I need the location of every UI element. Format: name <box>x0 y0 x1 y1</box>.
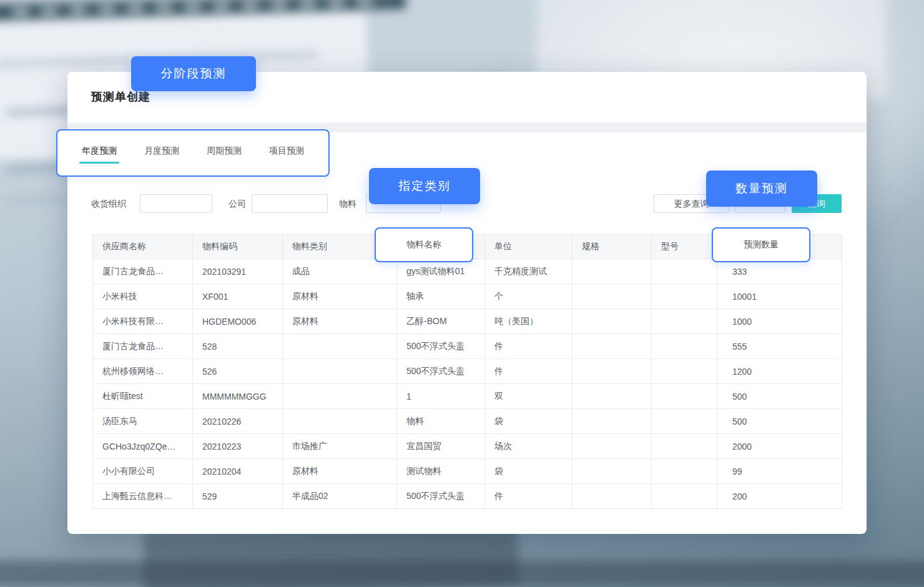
table-row[interactable]: 小米科技有限…HGDEMO006原材料乙醇-BOM吨（美国）1000 <box>93 309 842 334</box>
table-cell: 529 <box>193 484 283 509</box>
table-cell: GCHo3Jzq0ZQe… <box>93 434 193 459</box>
table-row[interactable]: 杭州移领网络…526500不浮式头盖件1200 <box>93 359 842 384</box>
table-cell: 轴承 <box>397 284 485 309</box>
table-cell: 场次 <box>485 434 573 459</box>
table-cell: 500不浮式头盖 <box>397 334 485 359</box>
background-laptop-edge <box>0 561 924 586</box>
table-cell <box>573 484 652 509</box>
tab-monthly-forecast[interactable]: 月度预测 <box>141 146 182 164</box>
table-cell: 物料 <box>397 409 485 434</box>
column-header: 规格 <box>573 235 652 259</box>
table-cell: 千克精度测试 <box>485 259 573 284</box>
table-cell: 件 <box>485 359 573 384</box>
table-cell <box>652 484 717 509</box>
table-cell: 吨（美国） <box>485 309 573 334</box>
table-cell: 测试物料 <box>397 459 485 484</box>
forecast-table: 供应商名称物料编码物料类别物料名称单位规格型号预测数量 厦门古龙食品…20210… <box>92 234 842 509</box>
table-cell: 小米科技 <box>93 284 193 309</box>
quantity-forecast-badge: 数量预测 <box>706 170 817 207</box>
table-cell: 99 <box>717 459 842 484</box>
table-cell <box>652 434 717 459</box>
table-cell <box>573 409 652 434</box>
table-cell: 2000 <box>717 434 842 459</box>
page-title: 预测单创建 <box>91 89 150 104</box>
table-cell <box>283 359 397 384</box>
table-cell <box>573 434 652 459</box>
table-cell <box>573 259 652 284</box>
forecast-qty-column-highlight: 预测数量 <box>712 227 810 262</box>
table-cell: 袋 <box>485 459 573 484</box>
table-cell: 宜昌国贸 <box>397 434 485 459</box>
table-cell: 杭州移领网络… <box>93 359 193 384</box>
table-cell: 500 <box>717 384 842 409</box>
table-cell: 1000 <box>717 309 842 334</box>
tab-period-forecast[interactable]: 周期预测 <box>204 146 245 164</box>
column-header: 单位 <box>485 235 573 259</box>
table-cell: 20210223 <box>193 434 283 459</box>
table-cell: 20210226 <box>193 409 283 434</box>
material-name-column-highlight: 物料名称 <box>375 227 473 262</box>
table-cell <box>652 409 717 434</box>
table-cell: 个 <box>485 284 573 309</box>
table-cell <box>573 284 652 309</box>
table-cell: 厦门古龙食品… <box>93 259 193 284</box>
tab-annual-forecast[interactable]: 年度预测 <box>79 146 120 164</box>
table-row[interactable]: GCHo3Jzq0ZQe…20210223市场推广宜昌国贸场次2000 <box>93 434 842 459</box>
table-cell <box>652 284 717 309</box>
table-cell <box>573 384 652 409</box>
table-cell: 市场推广 <box>283 434 397 459</box>
table-row[interactable]: 厦门古龙食品…202103291成品gys测试物料01千克精度测试333 <box>93 259 842 284</box>
screen: 预测单创建 年度预测 月度预测 周期预测 项目预测 收货组织 公司 物料 更多查… <box>0 0 924 587</box>
phased-forecast-badge: 分阶段预测 <box>131 56 256 91</box>
company-label: 公司 <box>229 194 246 213</box>
table-row[interactable]: 厦门古龙食品…528500不浮式头盖件555 <box>93 334 842 359</box>
table-cell <box>652 334 717 359</box>
table-cell <box>283 409 397 434</box>
table-cell: 原材料 <box>283 309 397 334</box>
table-cell: gys测试物料01 <box>397 259 485 284</box>
forecast-tabs: 年度预测 月度预测 周期预测 项目预测 <box>57 131 328 164</box>
table-row[interactable]: 小米科技XF001原材料轴承个10001 <box>93 284 842 309</box>
table-cell: MMMMMMGGG <box>193 384 283 409</box>
table-cell <box>573 459 652 484</box>
table-row[interactable]: 上海甄云信息科…529半成品02500不浮式头盖件200 <box>93 484 842 509</box>
table-row[interactable]: 汤臣东马20210226物料袋500 <box>93 409 842 434</box>
table-cell: 上海甄云信息科… <box>93 484 193 509</box>
table-cell: 526 <box>193 359 283 384</box>
forecast-card: 预测单创建 年度预测 月度预测 周期预测 项目预测 收货组织 公司 物料 更多查… <box>67 72 867 534</box>
table-cell: 小小有限公司 <box>93 459 193 484</box>
receiving-org-label: 收货组织 <box>91 194 126 213</box>
table-cell: 小米科技有限… <box>93 309 193 334</box>
table-cell: 厦门古龙食品… <box>93 334 193 359</box>
receiving-org-input[interactable] <box>140 194 212 213</box>
table-cell <box>573 334 652 359</box>
table-cell: 500不浮式头盖 <box>397 359 485 384</box>
table-cell: 500不浮式头盖 <box>397 484 485 509</box>
table-cell: HGDEMO006 <box>193 309 283 334</box>
table-body: 厦门古龙食品…202103291成品gys测试物料01千克精度测试333小米科技… <box>93 259 842 509</box>
table-cell <box>283 334 397 359</box>
table-cell <box>573 359 652 384</box>
table-cell: 汤臣东马 <box>93 409 193 434</box>
company-input[interactable] <box>252 194 328 213</box>
table-cell: 杜昕颐test <box>93 384 193 409</box>
column-header: 物料编码 <box>193 235 283 259</box>
table-cell: 202103291 <box>193 259 283 284</box>
table-cell: 528 <box>193 334 283 359</box>
table-cell: 半成品02 <box>283 484 397 509</box>
table-cell: 乙醇-BOM <box>397 309 485 334</box>
table-row[interactable]: 杜昕颐testMMMMMMGGG1双500 <box>93 384 842 409</box>
column-header: 供应商名称 <box>93 235 193 259</box>
table-cell <box>652 309 717 334</box>
table-cell: 袋 <box>485 409 573 434</box>
material-label: 物料 <box>339 194 356 213</box>
column-header: 型号 <box>652 235 717 259</box>
table-cell: 件 <box>485 334 573 359</box>
table-cell: 1 <box>397 384 485 409</box>
table-cell: 200 <box>717 484 842 509</box>
table-cell: 双 <box>485 384 573 409</box>
table-cell: 件 <box>485 484 573 509</box>
forecast-tabs-highlight-box: 年度预测 月度预测 周期预测 项目预测 <box>56 129 330 177</box>
tab-project-forecast[interactable]: 项目预测 <box>266 146 307 164</box>
table-row[interactable]: 小小有限公司20210204原材料测试物料袋99 <box>93 459 842 484</box>
